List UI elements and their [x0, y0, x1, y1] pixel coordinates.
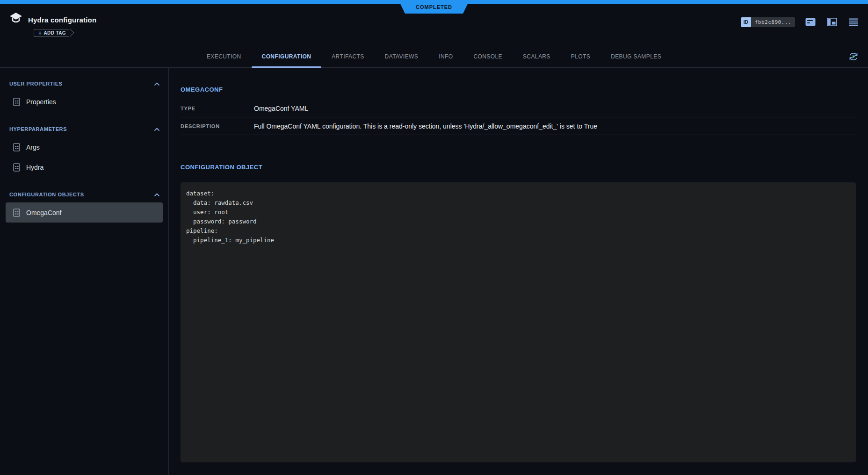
add-tag-button[interactable]: + ADD TAG	[34, 29, 69, 37]
sidebar-section-header-configuration-objects[interactable]: CONFIGURATION OBJECTS	[0, 188, 168, 201]
chevron-up-icon	[154, 82, 160, 86]
details-icon	[805, 18, 816, 26]
tab-debug-samples[interactable]: DEBUG SAMPLES	[600, 45, 672, 68]
sidebar-section-header-hyperparameters[interactable]: HYPERPARAMETERS	[0, 123, 168, 135]
experiment-id-badge[interactable]: ID fbb2c890...	[741, 17, 795, 27]
tab-dataviews[interactable]: DATAVIEWS	[375, 45, 429, 68]
tab-plots[interactable]: PLOTS	[561, 45, 600, 68]
autorefresh-button[interactable]	[846, 50, 861, 64]
tab-scalars[interactable]: SCALARS	[513, 45, 561, 68]
chevron-up-icon	[154, 127, 160, 131]
layout-panel-icon	[827, 18, 837, 26]
id-value: fbb2c890...	[751, 17, 795, 27]
sidebar-section-header-user-properties[interactable]: USER PROPERTIES	[0, 78, 168, 90]
tab-execution[interactable]: EXECUTION	[196, 45, 252, 68]
menu-button[interactable]	[847, 16, 860, 28]
configuration-sidebar: USER PROPERTIES Properties	[0, 68, 169, 475]
document-icon	[13, 143, 20, 151]
document-icon	[13, 98, 20, 106]
content-area: USER PROPERTIES Properties	[0, 68, 868, 475]
plus-icon: +	[38, 30, 42, 36]
experiment-type-icon	[9, 12, 23, 25]
configuration-object-editor[interactable]: dataset: data: rawdata.csv user: root pa…	[181, 182, 856, 462]
sidebar-section-hyperparameters: HYPERPARAMETERS Args	[0, 123, 168, 177]
status-badge: COMPLETED	[398, 0, 470, 14]
details-panel-button[interactable]	[804, 16, 817, 28]
autorefresh-icon	[847, 50, 860, 63]
sidebar-item-label: Properties	[26, 98, 56, 106]
document-icon	[13, 209, 20, 217]
detail-value: OmegaConf YAML	[254, 105, 308, 112]
yaml-code: dataset: data: rawdata.csv user: root pa…	[181, 182, 856, 252]
main-panel: OMEGACONF TYPE OmegaConf YAML DESCRIPTIO…	[169, 68, 868, 475]
object-details-table: TYPE OmegaConf YAML DESCRIPTION Full Ome…	[181, 100, 856, 135]
id-label: ID	[741, 17, 751, 27]
sidebar-item-label: Hydra	[26, 164, 43, 171]
detail-label: DESCRIPTION	[181, 123, 254, 129]
tab-artifacts[interactable]: ARTIFACTS	[321, 45, 374, 68]
sidebar-item-args[interactable]: Args	[6, 137, 163, 157]
sidebar-item-label: Args	[26, 144, 40, 151]
detail-row-description: DESCRIPTION Full OmegaConf YAML configur…	[181, 117, 856, 135]
tab-bar: EXECUTION CONFIGURATION ARTIFACTS DATAVI…	[0, 45, 868, 68]
add-tag-label: ADD TAG	[43, 30, 66, 36]
section-title: HYPERPARAMETERS	[9, 126, 67, 132]
detail-row-type: TYPE OmegaConf YAML	[181, 100, 856, 117]
configuration-object-heading: CONFIGURATION OBJECT	[181, 164, 856, 171]
detail-value: Full OmegaConf YAML configuration. This …	[254, 122, 597, 130]
tab-configuration[interactable]: CONFIGURATION	[252, 45, 322, 68]
section-title: USER PROPERTIES	[9, 81, 63, 86]
sidebar-item-hydra[interactable]: Hydra	[6, 157, 163, 177]
sidebar-section-configuration-objects: CONFIGURATION OBJECTS OmegaConf	[0, 188, 168, 223]
menu-icon	[849, 18, 858, 26]
detail-label: TYPE	[181, 106, 254, 111]
object-name-heading: OMEGACONF	[181, 86, 856, 93]
document-icon	[13, 163, 20, 172]
sidebar-item-properties[interactable]: Properties	[6, 92, 163, 112]
sidebar-section-user-properties: USER PROPERTIES Properties	[0, 78, 168, 112]
sidebar-item-label: OmegaConf	[26, 209, 61, 216]
layout-panel-button[interactable]	[826, 16, 838, 28]
status-label: COMPLETED	[416, 4, 452, 10]
section-title: CONFIGURATION OBJECTS	[9, 192, 84, 197]
tab-console[interactable]: CONSOLE	[463, 45, 512, 68]
sidebar-item-omegaconf[interactable]: OmegaConf	[6, 202, 163, 223]
experiment-title: Hydra configuration	[28, 16, 96, 24]
header-actions: ID fbb2c890...	[741, 16, 860, 28]
chevron-up-icon	[154, 193, 160, 197]
tab-info[interactable]: INFO	[428, 45, 463, 68]
